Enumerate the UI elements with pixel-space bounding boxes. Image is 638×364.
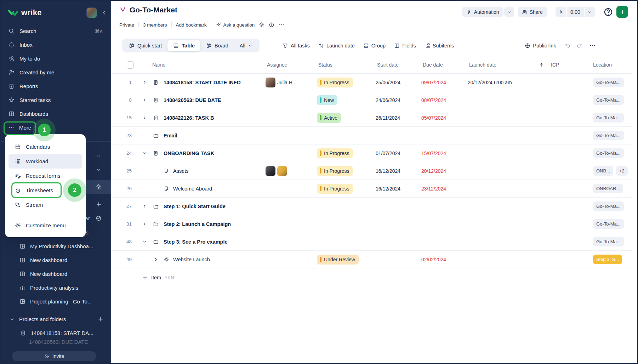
meta-more-icon[interactable] <box>279 22 284 28</box>
assignee-cell[interactable] <box>266 166 317 176</box>
task-name-cell[interactable]: Website Launch <box>161 257 266 262</box>
obscured-ellipsis-icon[interactable] <box>95 153 101 159</box>
timer-value[interactable]: 0:00 <box>566 7 584 17</box>
location-cell[interactable]: Go-To-Ma... <box>582 219 632 229</box>
timer-play-button[interactable] <box>556 7 566 17</box>
table-row[interactable]: 27Step 1: Quick Start GuideGo-To-Ma... <box>111 198 632 215</box>
task-name-cell[interactable]: Assets <box>161 168 266 174</box>
table-row[interactable]: 81408420563: DUE DATENew24/06/202408/07/… <box>111 91 632 109</box>
automation-dropdown-button[interactable] <box>504 7 514 17</box>
task-name-cell[interactable]: Email <box>161 133 266 138</box>
sidebar-item-search[interactable]: Search⌘K <box>1 24 111 38</box>
tab-quick-start[interactable]: Quick start <box>123 40 167 51</box>
location-pill[interactable]: Go-To-Ma... <box>593 95 624 105</box>
location-cell[interactable]: Go-To-Ma... <box>582 113 632 123</box>
start-date-cell[interactable]: 25/06/2024 <box>376 80 421 85</box>
sidebar-item-new-dashboard[interactable]: New dashboard <box>1 253 111 267</box>
expand-icon[interactable] <box>142 98 147 102</box>
timer-dropdown-button[interactable] <box>584 7 595 17</box>
table-row[interactable]: 31Step 2: Launch a CampaignGo-To-Ma... <box>111 215 632 233</box>
obscured-gear-icon[interactable] <box>96 184 102 190</box>
due-date-cell[interactable]: 05/07/2024 <box>421 115 468 121</box>
location-cell[interactable]: Step 3: S... <box>582 255 632 264</box>
sidebar-item-inbox[interactable]: Inbox <box>1 38 111 52</box>
location-pill[interactable]: Go-To-Ma... <box>593 113 624 123</box>
undo-icon[interactable] <box>565 42 571 49</box>
expand-icon[interactable] <box>142 204 147 209</box>
location-cell[interactable]: Go-To-Ma... <box>582 131 632 140</box>
user-avatar[interactable] <box>86 7 97 18</box>
status-badge[interactable]: In Progress <box>317 78 353 87</box>
tab-all[interactable]: All <box>234 40 258 51</box>
table-row[interactable]: 49Website LaunchUnder Review02/02/2024St… <box>111 251 632 268</box>
privacy-label[interactable]: Private <box>119 22 134 28</box>
group-button[interactable]: Group <box>363 43 386 49</box>
all-tasks-button[interactable]: All tasks <box>283 43 310 49</box>
members-link[interactable]: 3 members <box>143 22 167 28</box>
status-badge[interactable]: In Progress <box>317 184 353 194</box>
sidebar-projects-header[interactable]: Projects and folders <box>1 312 111 326</box>
avatar[interactable] <box>266 78 275 87</box>
due-date-cell[interactable]: 15/07/2024 <box>421 150 468 156</box>
task-name-cell[interactable]: ONBOARDING TASK <box>161 150 266 156</box>
location-cell[interactable]: Go-To-Ma... <box>582 237 632 246</box>
menu-item-calendars[interactable]: Calendars <box>8 140 82 154</box>
status-badge[interactable]: In Progress <box>317 166 353 176</box>
location-cell[interactable]: Go-To-Ma... <box>582 95 632 105</box>
table-row[interactable]: 25AssetsIn Progress16/12/202420/12/2024O… <box>111 162 632 180</box>
location-cell[interactable]: Go-To-Ma... <box>582 78 632 87</box>
menu-item-workload[interactable]: Workload <box>8 154 82 169</box>
location-pill[interactable]: Go-To-Ma... <box>593 201 624 211</box>
location-pill[interactable]: +2 <box>616 166 628 176</box>
create-new-button[interactable] <box>616 6 628 18</box>
tab-table[interactable]: Table <box>167 40 200 51</box>
chevron-down-icon[interactable] <box>10 316 15 322</box>
task-name-cell[interactable]: Step 2: Launch a Campaign <box>161 221 266 227</box>
expand-icon[interactable] <box>142 222 147 226</box>
sidebar-item-more[interactable]: More <box>1 121 111 134</box>
due-date-cell[interactable]: 20/12/2024 <box>421 168 468 174</box>
public-link-button[interactable]: Public link <box>525 43 556 49</box>
sidebar-item-reports[interactable]: Reports <box>1 79 111 93</box>
invite-button[interactable]: Invite <box>12 351 96 361</box>
task-name-cell[interactable]: Welcome Aboard <box>161 186 266 192</box>
column-header-status[interactable]: Status <box>317 62 376 68</box>
add-project-icon[interactable] <box>98 316 103 322</box>
location-cell[interactable]: Go-To-Ma... <box>582 148 632 158</box>
status-badge[interactable]: Active <box>317 113 341 123</box>
due-date-cell[interactable]: 08/07/2024 <box>421 97 468 103</box>
obscured-check-circle-icon[interactable] <box>96 215 102 221</box>
column-header-icp[interactable]: ICP <box>549 62 582 68</box>
fields-button[interactable]: Fields <box>394 43 416 49</box>
launch-date-cell[interactable]: 20/12/2024 6:00 am <box>468 80 549 85</box>
status-badge[interactable]: Under Review <box>317 255 359 265</box>
assignee-cell[interactable]: Julia H... <box>266 78 317 87</box>
location-cell[interactable]: Go-To-Ma... <box>582 201 632 211</box>
expand-icon[interactable] <box>142 239 147 244</box>
expand-icon[interactable] <box>142 151 147 155</box>
table-row[interactable]: 24ONBOARDING TASKIn Progress01/07/202415… <box>111 144 632 162</box>
sidebar-collapse-icon[interactable] <box>101 10 107 16</box>
obscured-plus-icon[interactable] <box>96 201 102 207</box>
start-date-cell[interactable]: 26/11/2024 <box>376 115 421 121</box>
start-date-cell[interactable]: 16/12/2024 <box>376 168 421 174</box>
obscured-chevron-down-icon[interactable] <box>96 167 101 172</box>
expand-icon[interactable] <box>142 115 147 120</box>
launch-date-button[interactable]: Launch date <box>318 43 355 49</box>
task-name-cell[interactable]: 1408420563: DUE DATE <box>161 97 266 103</box>
column-header-location[interactable]: Location <box>582 62 632 68</box>
column-header-name[interactable]: Name <box>151 62 266 68</box>
task-name-cell[interactable]: 1408418158: START DATE INFO <box>161 80 266 85</box>
task-name-cell[interactable]: Step 3: See a Pro example <box>161 239 266 245</box>
location-pill[interactable]: Go-To-Ma... <box>593 78 624 87</box>
ask-a-question-link[interactable]: Ask a question <box>216 22 255 28</box>
location-pill[interactable]: Step 3: S... <box>593 255 622 264</box>
start-date-cell[interactable]: 24/06/2024 <box>376 97 421 103</box>
table-row[interactable]: 151408422126: TASK BActive26/11/202405/0… <box>111 109 632 127</box>
expand-icon[interactable] <box>142 80 147 85</box>
location-pill[interactable]: ONBOAR... <box>593 184 623 193</box>
status-badge[interactable]: New <box>317 95 337 105</box>
sidebar-item-new-dashboard[interactable]: New dashboard <box>1 267 111 281</box>
location-pill[interactable]: Go-To-Ma... <box>593 237 624 246</box>
location-cell[interactable]: ONB...+2 <box>582 166 632 176</box>
